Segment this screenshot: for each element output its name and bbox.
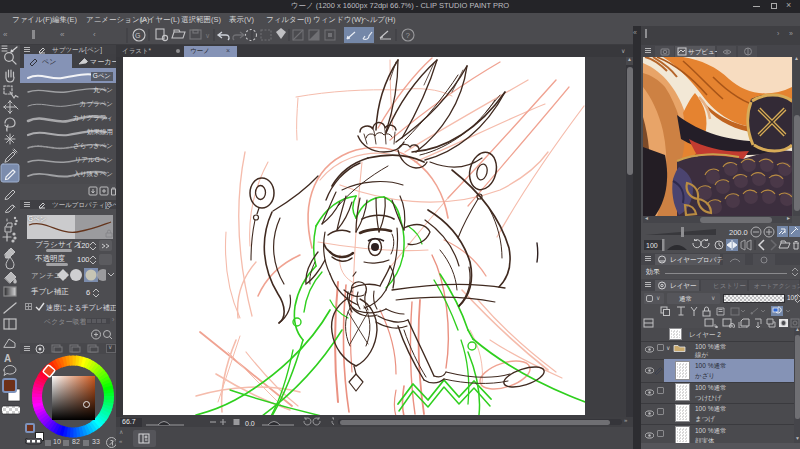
- svg-text:«: «: [60, 30, 65, 39]
- svg-text:?: ?: [406, 31, 411, 40]
- svg-text:0.0: 0.0: [245, 420, 255, 427]
- svg-text:200.0: 200.0: [729, 228, 748, 237]
- svg-text:‹: ‹: [93, 30, 96, 39]
- svg-text:G: G: [135, 32, 140, 39]
- svg-text:A: A: [4, 353, 11, 364]
- svg-text:100: 100: [646, 242, 658, 249]
- svg-text:∨: ∨: [205, 32, 210, 39]
- svg-text:«: «: [3, 30, 8, 39]
